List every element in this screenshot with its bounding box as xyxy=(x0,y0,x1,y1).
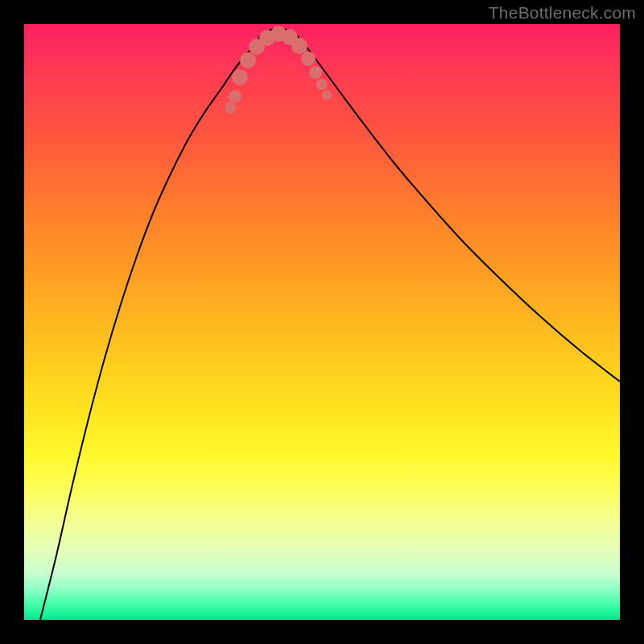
data-point xyxy=(232,69,248,85)
marker-layer xyxy=(225,26,332,114)
data-point xyxy=(291,38,308,54)
data-point xyxy=(229,90,242,103)
bottleneck-curve xyxy=(40,28,620,620)
watermark-text: TheBottleneck.com xyxy=(489,3,636,23)
outer-frame: TheBottleneck.com xyxy=(0,0,644,644)
plot-area xyxy=(24,24,620,620)
curve-layer xyxy=(40,28,620,620)
data-point xyxy=(309,66,322,79)
data-point xyxy=(225,102,236,114)
data-point xyxy=(322,90,332,100)
chart-svg xyxy=(24,24,620,620)
data-point xyxy=(316,79,328,90)
data-point xyxy=(301,52,316,66)
data-point xyxy=(240,52,256,68)
